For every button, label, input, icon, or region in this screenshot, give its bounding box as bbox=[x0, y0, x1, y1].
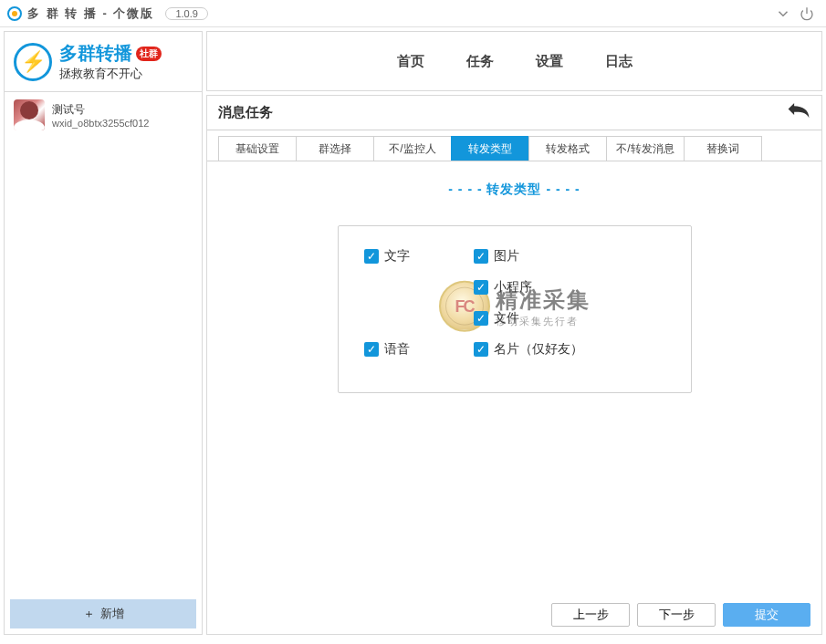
sidebar: ⚡ 多群转播 社群 拯救教育不开心 测试号 wxid_o8btx3255cf01… bbox=[4, 31, 203, 635]
add-button[interactable]: ＋ 新增 bbox=[10, 599, 196, 628]
nav-bar: 首页 任务 设置 日志 bbox=[206, 31, 822, 91]
tab-basic[interactable]: 基础设置 bbox=[218, 136, 297, 161]
checkbox-voice[interactable]: ✓语音 bbox=[364, 341, 465, 358]
account-list: 测试号 wxid_o8btx3255cf012 bbox=[5, 92, 202, 594]
panel: 消息任务 基础设置 群选择 不/监控人 转发类型 转发格式 不/转发消息 替换词… bbox=[206, 95, 822, 635]
account-id: wxid_o8btx3255cf012 bbox=[52, 118, 149, 129]
tab-replace[interactable]: 替换词 bbox=[684, 136, 762, 161]
checkbox-text[interactable]: ✓文字 bbox=[364, 248, 465, 265]
brand-name: 多群转播 bbox=[59, 41, 132, 66]
options-box: FC 精准采集 移动采集先行者 ✓文字 ✓图片 ✓小程序 ✓文件 ✓语音 bbox=[338, 225, 692, 393]
tab-forward-msg[interactable]: 不/转发消息 bbox=[606, 136, 685, 161]
tab-group[interactable]: 群选择 bbox=[296, 136, 374, 161]
nav-settings[interactable]: 设置 bbox=[536, 53, 563, 70]
panel-header: 消息任务 bbox=[207, 96, 821, 130]
checkbox-file[interactable]: ✓文件 bbox=[474, 310, 620, 327]
plus-icon: ＋ bbox=[83, 606, 95, 622]
footer-buttons: 上一步 下一步 提交 bbox=[551, 603, 810, 627]
version-badge: 1.0.9 bbox=[165, 7, 207, 20]
brand-badge: 社群 bbox=[136, 47, 162, 61]
check-icon: ✓ bbox=[474, 280, 488, 295]
section-title: - - - - 转发类型 - - - - bbox=[448, 182, 580, 198]
check-icon: ✓ bbox=[364, 342, 379, 357]
tab-row: 基础设置 群选择 不/监控人 转发类型 转发格式 不/转发消息 替换词 bbox=[207, 136, 821, 161]
titlebar: 多 群 转 播 - 个微版 1.0.9 bbox=[0, 0, 826, 27]
app-icon bbox=[7, 6, 22, 21]
nav-home[interactable]: 首页 bbox=[397, 53, 424, 70]
check-icon: ✓ bbox=[364, 249, 379, 264]
panel-title: 消息任务 bbox=[218, 104, 273, 121]
account-item[interactable]: 测试号 wxid_o8btx3255cf012 bbox=[5, 92, 202, 138]
nav-task[interactable]: 任务 bbox=[466, 53, 494, 70]
submit-button[interactable]: 提交 bbox=[723, 603, 810, 627]
next-button[interactable]: 下一步 bbox=[637, 603, 716, 627]
checkbox-miniapp[interactable]: ✓小程序 bbox=[474, 279, 620, 296]
tab-forward-type[interactable]: 转发类型 bbox=[451, 136, 529, 161]
avatar bbox=[14, 99, 45, 130]
tab-forward-format[interactable]: 转发格式 bbox=[528, 136, 607, 161]
nav-log[interactable]: 日志 bbox=[605, 53, 633, 70]
checkbox-card[interactable]: ✓名片（仅好友） bbox=[474, 341, 620, 358]
checkbox-image[interactable]: ✓图片 bbox=[474, 248, 620, 265]
back-icon[interactable] bbox=[787, 101, 810, 125]
brand-card: ⚡ 多群转播 社群 拯救教育不开心 bbox=[5, 32, 202, 92]
tab-monitor[interactable]: 不/监控人 bbox=[373, 136, 452, 161]
add-label: 新增 bbox=[100, 606, 124, 622]
window-title: 多 群 转 播 - 个微版 bbox=[27, 5, 154, 22]
power-icon[interactable] bbox=[795, 2, 819, 26]
minimize-icon[interactable] bbox=[771, 2, 795, 26]
brand-slogan: 拯救教育不开心 bbox=[59, 66, 162, 82]
account-name: 测试号 bbox=[52, 102, 149, 118]
check-icon: ✓ bbox=[474, 311, 488, 326]
prev-button[interactable]: 上一步 bbox=[551, 603, 630, 627]
panel-body: - - - - 转发类型 - - - - FC 精准采集 移动采集先行者 ✓文字… bbox=[207, 161, 821, 634]
check-icon: ✓ bbox=[474, 342, 488, 357]
check-icon: ✓ bbox=[474, 249, 488, 264]
brand-logo: ⚡ bbox=[14, 43, 52, 81]
